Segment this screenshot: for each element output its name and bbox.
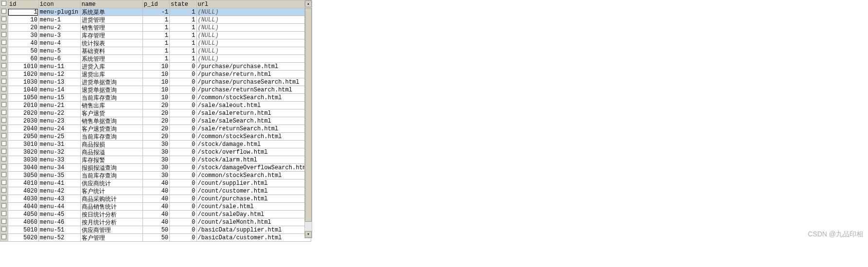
checkbox-icon[interactable] xyxy=(1,17,6,21)
checkbox-icon[interactable] xyxy=(1,71,6,76)
cell-icon[interactable]: menu-5 xyxy=(38,47,80,55)
cell-id[interactable]: 1010 xyxy=(8,63,38,71)
cell-id[interactable]: 3040 xyxy=(8,164,38,172)
cell-name[interactable]: 客户退货 xyxy=(80,109,142,117)
cell-name[interactable]: 系统菜单 xyxy=(80,8,142,16)
cell-name[interactable]: 客户退货查询 xyxy=(80,125,142,133)
scroll-up-button[interactable]: ▴ xyxy=(305,0,312,7)
cell-url[interactable]: /stock/damageOverflowSearch.html xyxy=(196,164,311,172)
cell-id[interactable]: 1050 xyxy=(8,94,38,102)
cell-icon[interactable]: menu-plugin xyxy=(38,8,80,16)
cell-id[interactable]: 5010 xyxy=(8,226,38,234)
row-checkbox-cell[interactable] xyxy=(0,125,8,133)
cell-id[interactable]: 2040 xyxy=(8,125,38,133)
row-checkbox-cell[interactable] xyxy=(0,102,8,109)
cell-url[interactable]: (NULL) xyxy=(196,47,311,55)
table-row[interactable]: 1010menu-11进货入库100/purchase/purchase.htm… xyxy=(0,63,311,71)
cell-icon[interactable]: menu-15 xyxy=(38,94,80,102)
cell-pid[interactable]: 10 xyxy=(142,86,169,94)
cell-url[interactable]: (NULL) xyxy=(196,39,311,47)
table-row[interactable]: 1020menu-12退货出库100/purchase/return.html xyxy=(0,71,311,78)
table-row[interactable]: 10menu-1进货管理11(NULL) xyxy=(0,16,311,24)
cell-icon[interactable]: menu-34 xyxy=(38,164,80,172)
cell-name[interactable]: 当前库存查询 xyxy=(80,133,142,141)
cell-url[interactable]: /sale/returnSearch.html xyxy=(196,125,311,133)
cell-name[interactable]: 商品销售统计 xyxy=(80,203,142,211)
cell-pid[interactable]: 40 xyxy=(142,203,169,211)
cell-pid[interactable]: 1 xyxy=(142,32,169,39)
table-row[interactable]: 4020menu-42客户统计400/count/customer.html xyxy=(0,187,311,195)
table-row[interactable]: 4050menu-45按日统计分析400/count/saleDay.html xyxy=(0,211,311,218)
cell-name[interactable]: 进货单据查询 xyxy=(80,78,142,86)
checkbox-icon[interactable] xyxy=(1,180,6,185)
row-checkbox-cell[interactable] xyxy=(0,179,8,187)
table-row[interactable]: 1menu-plugin系统菜单-11(NULL) xyxy=(0,8,311,16)
cell-pid[interactable]: 40 xyxy=(142,187,169,195)
cell-state[interactable]: 0 xyxy=(170,148,196,156)
table-row[interactable]: 4040menu-44商品销售统计400/count/sale.html xyxy=(0,203,311,211)
cell-state[interactable]: 0 xyxy=(170,226,196,234)
cell-icon[interactable]: menu-46 xyxy=(38,218,80,226)
cell-id[interactable]: 3010 xyxy=(8,141,38,148)
scroll-down-button[interactable]: ▾ xyxy=(305,231,312,238)
cell-name[interactable]: 进货管理 xyxy=(80,16,142,24)
cell-state[interactable]: 0 xyxy=(170,172,196,179)
cell-state[interactable]: 0 xyxy=(170,203,196,211)
cell-state[interactable]: 0 xyxy=(170,109,196,117)
header-pid[interactable]: p_id xyxy=(142,0,169,8)
cell-name[interactable]: 退货单据查询 xyxy=(80,86,142,94)
cell-icon[interactable]: menu-51 xyxy=(38,226,80,234)
cell-icon[interactable]: menu-32 xyxy=(38,148,80,156)
checkbox-icon[interactable] xyxy=(1,102,6,107)
row-checkbox-cell[interactable] xyxy=(0,187,8,195)
cell-id[interactable]: 3030 xyxy=(8,156,38,164)
cell-pid[interactable]: -1 xyxy=(142,8,169,16)
checkbox-icon[interactable] xyxy=(1,164,6,169)
cell-state[interactable]: 0 xyxy=(170,117,196,125)
cell-pid[interactable]: 1 xyxy=(142,47,169,55)
cell-icon[interactable]: menu-22 xyxy=(38,109,80,117)
checkbox-icon[interactable] xyxy=(1,133,6,138)
cell-id[interactable]: 10 xyxy=(8,16,38,24)
row-checkbox-cell[interactable] xyxy=(0,156,8,164)
cell-icon[interactable]: menu-1 xyxy=(38,16,80,24)
cell-state[interactable]: 0 xyxy=(170,63,196,71)
header-url[interactable]: url xyxy=(196,0,311,8)
cell-pid[interactable]: 40 xyxy=(142,195,169,203)
cell-id[interactable]: 3020 xyxy=(8,148,38,156)
checkbox-icon[interactable] xyxy=(1,149,6,154)
cell-url[interactable]: /common/stockSearch.html xyxy=(196,172,311,179)
cell-id[interactable]: 1040 xyxy=(8,86,38,94)
checkbox-icon[interactable] xyxy=(1,32,6,37)
cell-url[interactable]: /count/purchase.html xyxy=(196,195,311,203)
row-checkbox-cell[interactable] xyxy=(0,226,8,234)
cell-name[interactable]: 供应商管理 xyxy=(80,226,142,234)
cell-url[interactable]: /basicData/customer.html xyxy=(196,234,311,242)
cell-pid[interactable]: 40 xyxy=(142,179,169,187)
cell-icon[interactable]: menu-44 xyxy=(38,203,80,211)
checkbox-icon[interactable] xyxy=(1,196,6,200)
checkbox-icon[interactable] xyxy=(1,141,6,146)
cell-id[interactable]: 2050 xyxy=(8,133,38,141)
checkbox-icon[interactable] xyxy=(1,125,6,130)
cell-name[interactable]: 销售管理 xyxy=(80,24,142,32)
checkbox-icon[interactable] xyxy=(1,24,6,29)
cell-name[interactable]: 商品报损 xyxy=(80,141,142,148)
cell-id[interactable]: 2010 xyxy=(8,102,38,109)
cell-id[interactable]: 30 xyxy=(8,32,38,39)
checkbox-icon[interactable] xyxy=(1,94,6,99)
cell-name[interactable]: 商品采购统计 xyxy=(80,195,142,203)
cell-icon[interactable]: menu-6 xyxy=(38,55,80,63)
checkbox-icon[interactable] xyxy=(1,9,6,14)
cell-state[interactable]: 0 xyxy=(170,71,196,78)
cell-url[interactable]: /count/supplier.html xyxy=(196,179,311,187)
cell-name[interactable]: 统计报表 xyxy=(80,39,142,47)
cell-name[interactable]: 销售单据查询 xyxy=(80,117,142,125)
cell-url[interactable]: /common/stockSearch.html xyxy=(196,133,311,141)
cell-id[interactable]: 5020 xyxy=(8,234,38,242)
checkbox-icon[interactable] xyxy=(1,110,6,115)
cell-url[interactable]: /count/saleDay.html xyxy=(196,211,311,218)
cell-icon[interactable]: menu-33 xyxy=(38,156,80,164)
cell-state[interactable]: 1 xyxy=(170,24,196,32)
row-checkbox-cell[interactable] xyxy=(0,234,8,242)
